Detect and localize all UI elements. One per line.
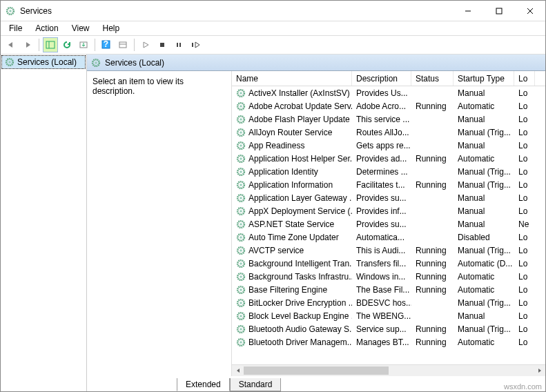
- properties-button[interactable]: [115, 37, 130, 52]
- cell-status: Running: [411, 101, 454, 111]
- cell-name: AVCTP service: [232, 246, 352, 255]
- col-logon[interactable]: Lo: [514, 71, 535, 86]
- cell-description: This is Audi...: [352, 246, 411, 255]
- service-row[interactable]: ActiveX Installer (AxInstSV)Provides Us.…: [232, 86, 545, 99]
- right-pane: Services (Local) Select an item to view …: [87, 55, 545, 391]
- cell-startup: Manual: [454, 115, 514, 124]
- col-startup[interactable]: Startup Type: [454, 71, 514, 86]
- scroll-track[interactable]: [244, 365, 534, 376]
- tree-pane[interactable]: Services (Local): [1, 55, 87, 391]
- refresh-button[interactable]: [59, 37, 75, 52]
- cell-description: The Base Fil...: [352, 285, 411, 295]
- service-name: Base Filtering Engine: [248, 285, 327, 295]
- service-row[interactable]: Background Tasks Infrastru...Windows in.…: [232, 270, 545, 283]
- pane-header: Services (Local): [87, 55, 545, 71]
- restart-service-button[interactable]: [188, 37, 203, 52]
- service-row[interactable]: Application Layer Gateway ...Provides su…: [232, 191, 545, 204]
- cell-description: Automatica...: [352, 233, 411, 242]
- cell-status: Running: [411, 259, 454, 268]
- service-row[interactable]: AVCTP serviceThis is Audi...RunningManua…: [232, 244, 545, 257]
- scroll-thumb[interactable]: [244, 366, 389, 375]
- service-row[interactable]: Application InformationFacilitates t...R…: [232, 178, 545, 191]
- cell-logon: Lo: [514, 324, 535, 334]
- gear-icon: [236, 141, 246, 150]
- cell-logon: Lo: [514, 246, 535, 255]
- service-name: BitLocker Drive Encryption ...: [248, 298, 352, 308]
- svg-point-56: [240, 315, 242, 317]
- cell-name: Bluetooth Audio Gateway S...: [232, 324, 352, 334]
- titlebar[interactable]: Services: [1, 1, 545, 21]
- cell-description: Service sup...: [352, 324, 411, 334]
- horizontal-scrollbar[interactable]: [232, 364, 545, 376]
- svg-rect-11: [119, 42, 126, 48]
- cell-startup: Manual: [454, 311, 514, 321]
- service-row[interactable]: ASP.NET State ServiceProvides su...Manua…: [232, 217, 545, 231]
- service-row[interactable]: Bluetooth Audio Gateway S...Service sup.…: [232, 322, 545, 335]
- service-row[interactable]: Adobe Acrobat Update Serv...Adobe Acro..…: [232, 99, 545, 112]
- menu-help[interactable]: Help: [97, 22, 126, 35]
- svg-rect-13: [160, 43, 164, 47]
- menubar: File Action View Help: [1, 21, 545, 35]
- toolbar-separator: [134, 39, 135, 51]
- pause-service-button[interactable]: [171, 37, 186, 52]
- cell-logon: Lo: [514, 206, 535, 216]
- cell-description: Transfers fil...: [352, 259, 411, 268]
- back-button[interactable]: [3, 37, 19, 52]
- cell-startup: Manual: [454, 88, 514, 98]
- svg-point-32: [240, 157, 242, 160]
- menu-action[interactable]: Action: [30, 22, 64, 35]
- cell-startup: Manual (Trig...: [454, 298, 514, 308]
- forward-button[interactable]: [20, 37, 35, 52]
- cell-name: Auto Time Zone Updater: [232, 233, 352, 242]
- menu-file[interactable]: File: [3, 22, 28, 35]
- service-row[interactable]: Block Level Backup Engine ...The WBENG..…: [232, 309, 545, 322]
- svg-point-58: [240, 328, 242, 331]
- tab-standard[interactable]: Standard: [230, 378, 282, 391]
- tab-extended[interactable]: Extended: [177, 378, 230, 391]
- cell-startup: Manual: [454, 219, 514, 229]
- services-list[interactable]: Name Description Status Startup Type Lo …: [232, 71, 545, 376]
- export-list-button[interactable]: [76, 37, 91, 52]
- service-row[interactable]: Application Host Helper Ser...Provides a…: [232, 152, 545, 165]
- col-name[interactable]: Name: [232, 71, 352, 86]
- cell-logon: Lo: [514, 233, 535, 242]
- gear-icon: [236, 193, 246, 203]
- service-row[interactable]: AllJoyn Router ServiceRoutes AllJo...Man…: [232, 126, 545, 139]
- cell-name: Background Tasks Infrastru...: [232, 272, 352, 282]
- service-row[interactable]: App ReadinessGets apps re...ManualLo: [232, 139, 545, 152]
- gear-icon: [236, 233, 246, 242]
- cell-description: Windows in...: [352, 272, 411, 282]
- scroll-left-button[interactable]: [232, 365, 244, 376]
- service-row[interactable]: Adobe Flash Player Update ...This servic…: [232, 112, 545, 126]
- cell-name: Application Identity: [232, 167, 352, 177]
- service-row[interactable]: Auto Time Zone UpdaterAutomatica...Disab…: [232, 231, 545, 244]
- help-button[interactable]: ?: [99, 37, 114, 52]
- tree-item-services-local[interactable]: Services (Local): [2, 56, 85, 68]
- rows-container: ActiveX Installer (AxInstSV)Provides Us.…: [232, 86, 545, 364]
- cell-logon: Lo: [514, 167, 535, 177]
- service-row[interactable]: BitLocker Drive Encryption ...BDESVC hos…: [232, 296, 545, 309]
- cell-name: Base Filtering Engine: [232, 285, 352, 295]
- gear-icon: [236, 285, 246, 295]
- maximize-button[interactable]: [483, 1, 514, 21]
- watermark: wsxdn.com: [504, 382, 542, 391]
- stop-service-button[interactable]: [155, 37, 170, 52]
- start-service-button[interactable]: [138, 37, 153, 52]
- service-row[interactable]: AppX Deployment Service (...Provides inf…: [232, 204, 545, 217]
- service-row[interactable]: Bluetooth Driver Managem...Manages BT...…: [232, 335, 545, 349]
- svg-rect-16: [192, 43, 193, 47]
- description-pane: Select an item to view its description.: [87, 71, 232, 376]
- minimize-button[interactable]: [452, 1, 483, 21]
- view-tabs: Extended Standard: [87, 376, 545, 391]
- scroll-right-button[interactable]: [534, 365, 545, 376]
- show-hide-tree-button[interactable]: [43, 37, 58, 52]
- toolbar: ?: [1, 35, 545, 55]
- service-row[interactable]: Base Filtering EngineThe Base Fil...Runn…: [232, 283, 545, 296]
- tree-item-label: Services (Local): [17, 57, 77, 67]
- menu-view[interactable]: View: [66, 22, 95, 35]
- col-desc[interactable]: Description: [352, 71, 411, 86]
- close-button[interactable]: [514, 1, 545, 21]
- col-status[interactable]: Status: [411, 71, 454, 86]
- service-row[interactable]: Background Intelligent Tran...Transfers …: [232, 257, 545, 270]
- service-row[interactable]: Application IdentityDetermines ...Manual…: [232, 165, 545, 178]
